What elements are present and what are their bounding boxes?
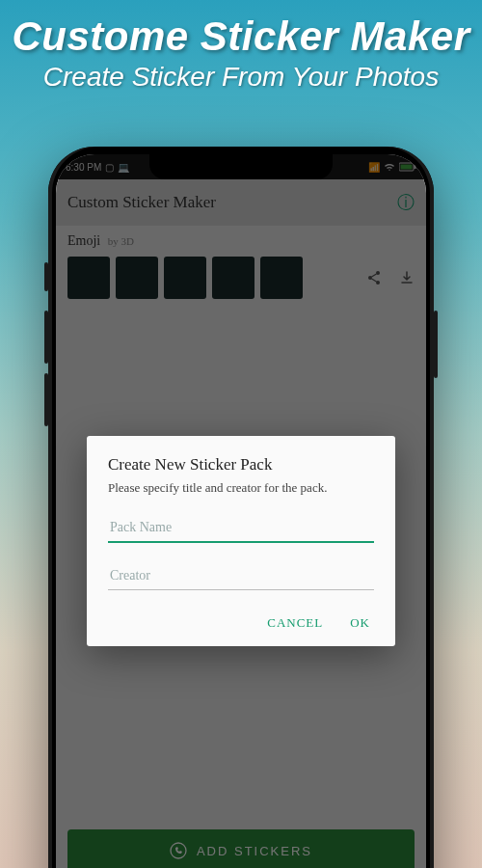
creator-input[interactable] [108, 562, 374, 590]
create-pack-dialog: Create New Sticker Pack Please specify t… [87, 436, 395, 646]
ok-button[interactable]: OK [350, 615, 370, 631]
dialog-title: Create New Sticker Pack [108, 455, 374, 475]
phone-screen: 6:30 PM ▢ 💻 📶 Custom Sticker Maker ⓘ Emo… [56, 154, 426, 868]
pack-name-field [108, 514, 374, 543]
banner-subtitle: Create Sticker From Your Photos [0, 62, 482, 93]
phone-frame: 6:30 PM ▢ 💻 📶 Custom Sticker Maker ⓘ Emo… [48, 147, 434, 868]
pack-name-input[interactable] [108, 514, 374, 543]
promo-banner: Custome Sticker Maker Create Sticker Fro… [0, 0, 482, 93]
banner-title: Custome Sticker Maker [0, 14, 482, 60]
notch [149, 154, 333, 179]
creator-field [108, 562, 374, 590]
dialog-subtitle: Please specify title and creator for the… [108, 480, 374, 497]
cancel-button[interactable]: CANCEL [267, 615, 323, 631]
